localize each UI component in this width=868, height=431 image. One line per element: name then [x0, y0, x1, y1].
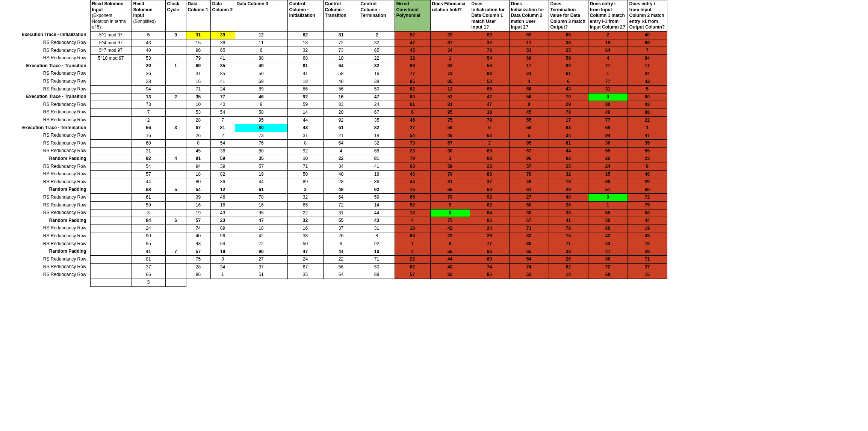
cell-rs1	[90, 124, 132, 132]
cell-cc3: 31	[359, 225, 395, 232]
cell-q3: 36	[509, 240, 549, 248]
cell-rs1	[90, 155, 132, 163]
cell-rs2: 36	[132, 70, 165, 78]
row-label: Execution Trace - Transition	[0, 93, 90, 101]
cell-clk	[165, 86, 186, 93]
cell-q4: 6	[549, 78, 588, 86]
cell-q4: 81	[549, 140, 588, 148]
row-label: Execution Trace - Transition	[0, 62, 90, 70]
cell-cc3: 32	[359, 62, 395, 70]
cell-q6: 1	[628, 124, 667, 132]
cell-q6: 37	[628, 263, 667, 271]
cell-cc2: 44	[323, 248, 359, 256]
cell-dc1: 15	[186, 39, 210, 47]
cell-q4: 25	[549, 163, 588, 171]
cell-dc3: 95	[235, 209, 287, 217]
cell-rs2: 16	[132, 132, 165, 140]
cell-rs1: 5^7 mod 97	[90, 47, 132, 55]
cell-cc2: 40	[323, 78, 359, 86]
cell-mcp: 18	[395, 225, 430, 232]
cell-cc3: 32	[359, 39, 395, 47]
cell-q3: 74	[509, 263, 549, 271]
cell-rs2: 57	[132, 170, 165, 178]
cell-cc1: 41	[287, 70, 323, 78]
cell-clk: 3	[165, 124, 186, 132]
cell-dc2: 12	[210, 186, 235, 194]
cell-q1: 66	[430, 186, 470, 194]
cell-q1: 0	[430, 209, 470, 217]
cell-q2: 47	[470, 101, 509, 109]
cell-rs2: 68	[132, 186, 165, 194]
cell-dc3: 37	[235, 263, 287, 271]
cell-q1: 57	[430, 140, 470, 148]
cell-clk	[165, 109, 186, 116]
cell-rs2: 53	[132, 54, 165, 62]
cell-mcp: 45	[395, 47, 430, 55]
cell-q4: 26	[549, 256, 588, 264]
cell-rs1	[90, 101, 132, 109]
cell-cc3: 10	[359, 248, 395, 256]
cell-q6: 47	[628, 132, 667, 140]
cell-cc2: 64	[323, 62, 359, 70]
cell-cc1: 65	[287, 202, 323, 209]
cell-q4: 34	[549, 132, 588, 140]
cell-mcp: 62	[395, 86, 430, 93]
cell-rs2: 40	[132, 47, 165, 55]
cell-cc1: 16	[287, 225, 323, 232]
cell-cc2: 10	[323, 54, 359, 62]
cell-q3: 27	[509, 194, 549, 202]
cell-cc2: 64	[323, 271, 359, 279]
cell-cc1: 18	[287, 78, 323, 86]
cell-dc2: 41	[210, 78, 235, 86]
cell-rs2: 56	[132, 124, 165, 132]
cell-q5: 77	[588, 116, 628, 124]
cell-q6: 94	[628, 54, 667, 62]
cell-cc2: 72	[323, 39, 359, 47]
cell-q4: 93	[549, 124, 588, 132]
cell-q2: 88	[470, 170, 509, 178]
cell-rs2: 3	[132, 209, 165, 217]
row-label: RS Redundancy Row	[0, 225, 90, 232]
cell-rs2: 43	[132, 39, 165, 47]
cell-q2: 60	[470, 186, 509, 194]
row-label: RS Redundancy Row	[0, 209, 90, 217]
cell-q1: 1	[430, 54, 470, 62]
cell-dc2: 16	[210, 202, 235, 209]
cell-clk	[165, 70, 186, 78]
cell-q4: 65	[549, 31, 588, 39]
cell-q6: 58	[628, 209, 667, 217]
cell-q1: 79	[430, 194, 470, 202]
cell-q1: 31	[430, 178, 470, 186]
cell-q4	[549, 279, 588, 286]
cell-mcp: 32	[395, 54, 430, 62]
cell-rs2: 94	[132, 86, 165, 93]
cell-q6: 24	[628, 70, 667, 78]
cell-q5: 31	[588, 86, 628, 93]
cell-q6	[628, 279, 667, 286]
row-label: RS Redundancy Row	[0, 271, 90, 279]
cell-dc2: 40	[210, 101, 235, 109]
cell-q1: 75	[430, 217, 470, 225]
cell-cc2: 83	[323, 101, 359, 109]
cell-dc1: 16	[186, 202, 210, 209]
row-label: Random Padding	[0, 186, 90, 194]
cell-dc3: 80	[235, 147, 287, 155]
cell-dc1: 79	[186, 54, 210, 62]
cell-q3: 67	[509, 217, 549, 225]
cell-q4: 29	[549, 101, 588, 109]
header-label	[0, 0, 90, 32]
cell-q5: 94	[588, 132, 628, 140]
cell-cc1: 92	[287, 93, 323, 101]
cell-q6: 17	[628, 62, 667, 70]
cell-q2: 79	[470, 116, 509, 124]
cell-rs2: 5	[132, 279, 165, 286]
cell-q2: 65	[470, 86, 509, 93]
cell-q4: 38	[549, 209, 588, 217]
cell-q6: 22	[628, 116, 667, 124]
cell-cc1: 18	[287, 39, 323, 47]
cell-dc2: 34	[210, 263, 235, 271]
header-dc1: Data Column 1	[186, 0, 210, 32]
header-mcp: Mixed Constraint Polynomial	[395, 0, 430, 32]
cell-clk	[165, 170, 186, 178]
cell-cc2: 9	[323, 240, 359, 248]
